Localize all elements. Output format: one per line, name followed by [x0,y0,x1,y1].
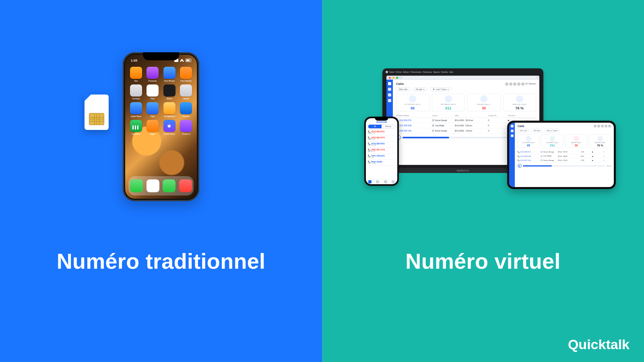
filter-range: 🗓 Last 7 days ▾ [430,87,452,91]
cell-record: ▶ [592,159,602,161]
kpi-value: 65 [527,144,530,147]
app-label: Files [151,97,155,100]
app-label: Watch [167,97,172,100]
table-row: (213) 358 0751Emma George28 Jul · 09:191… [518,150,611,154]
kpi-card: OUTGOING CALLS65 [396,94,429,111]
phone-icon [597,136,603,142]
avatar [597,125,600,128]
kpi-card: MISSED CALLS30 [467,94,501,111]
devices-mockups: SafariFichierÉditionPrésentationHistoriq… [362,68,604,205]
app-garageband: GarageBand [163,102,176,117]
app-files: Files [146,84,160,100]
app-find-friends: Find Friends [180,67,193,82]
table-row: (252) 059 7181Emma George28 Jul · 01:252… [518,158,611,162]
music-icon [179,179,192,192]
cell-phone: (252) 059 7181 [396,130,430,132]
column-header: USERS [432,115,453,117]
menubar-item: Fenêtre [441,71,448,73]
traffic-light-max-icon [396,77,398,79]
call-item: (213) 358 0751Call · 2m 15s [368,142,395,148]
app-itunes-store: iTunes Store [163,120,176,135]
app-tile [163,67,175,79]
kpi-label: SERVICE LEVEL [594,142,605,144]
app-label: Apple Store [131,115,141,117]
team-avatars: DC Pearson [505,82,536,86]
tab-keypad-icon [368,180,372,183]
call-item: Peter SmithCall · 1m 02s [368,160,395,166]
app-tile [180,67,192,79]
app-tile [163,84,175,97]
segment-all: All [368,125,382,128]
call-item: (202) 399 8474Missed call [368,136,395,142]
sidebar-icon-contacts [388,93,391,97]
kpi-value: 76 % [597,144,603,147]
filter-range: 🗓 Last 7 days ▾ [545,129,560,132]
cell-duration: ⏱ [488,119,506,121]
kpi-cards: OUTGOING CALLS65INCOMING CALLS211MISSED … [396,94,536,111]
cell-user: Lisa Wright [541,155,556,157]
call-subtitle: Missed call [368,139,395,140]
app-tile [130,67,142,79]
phone-icon [549,136,555,142]
messages-icon [163,179,175,192]
cell-duration: 2:10 [581,159,591,161]
cell-date: 28 Jul · 01:25 [558,159,580,161]
menubar-item: Historique [423,71,432,73]
brand-watermark: Quicktalk [568,337,630,352]
call-subtitle: Missed call [368,151,395,152]
kpi-value: 211 [550,144,555,147]
app-numbers: Numbers [129,120,143,135]
filter-label: Filter with [396,87,410,91]
app-keynote: Keynote [180,102,193,117]
team-avatars [594,125,611,128]
column-header: DATE [455,115,487,117]
cell-phone: (252) 059 7181 [518,159,539,161]
column-header: RECORD [508,115,524,117]
app-label: iTunes U [182,133,190,135]
menubar-item: Édition [403,71,409,73]
app-label: Podcasts [149,80,157,82]
app-tile [147,84,159,97]
segment-missing: Missing [382,125,395,128]
app-tile [147,102,159,114]
sidebar-icon-phone [511,130,514,132]
call-item: (492) 492 1718Missed call [368,148,395,154]
kpi-value: 76 % [515,106,524,110]
phone-icon [574,136,579,142]
iphone-graphic: 1:35 TipsPodcastsFind iPhoneFind Friends… [123,52,199,201]
filters-row: Filter with All calls ▾ 🗓 Last 7 days ▾ [396,87,536,91]
kpi-value: 65 [411,106,415,110]
comparison-slide: 1:35 TipsPodcastsFind iPhoneFind Friends… [0,0,644,362]
call-subtitle: Call · 1m 02s [368,163,395,165]
app-tile [163,120,175,132]
phone-icon [516,95,523,103]
cell-duration: 0:42 [581,155,591,157]
app-tile [130,120,142,132]
table-header: PHONE NUMBERUSERSDATEDURATIONRECORD [396,114,536,118]
safari-icon [147,179,159,192]
call-subtitle: Call · 2m 15s [368,145,395,146]
call-subtitle: Missed call [368,133,395,134]
filter-type: All calls ▾ [531,129,543,132]
app-label: GarageBand [164,115,175,117]
cell-user: Emma George [541,159,556,161]
table-body: (213) 358 0751Emma George28 Jul · 09:191… [518,150,611,162]
cell-date: 28 Jul 2021 · 8:32 pm [455,125,487,127]
cell-date: 28 Jul · 08:32 [558,155,580,157]
avatar [513,82,516,86]
app-tile [147,67,159,79]
kpi-cards: OUTGOING CALLS65INCOMING CALLS211MISSED … [518,134,611,148]
filter-label: Filter with [518,129,529,132]
app-label: Utilities [183,97,189,100]
menubar-item: Aide [449,71,453,73]
kpi-label: INCOMING CALLS [441,103,456,105]
cell-duration: ⏱ [488,125,506,127]
phone-icon [480,95,487,103]
kpi-card: MISSED CALLS30 [566,134,587,148]
chevron-down-icon: ▾ [423,88,425,90]
play-button-icon: ▶ [518,164,522,168]
cell-date: 28 Jul 2021 · 09:19 am [455,119,487,121]
avatar [521,82,524,86]
phone-icon [445,95,452,103]
app-find-iphone: Find iPhone [163,67,176,82]
